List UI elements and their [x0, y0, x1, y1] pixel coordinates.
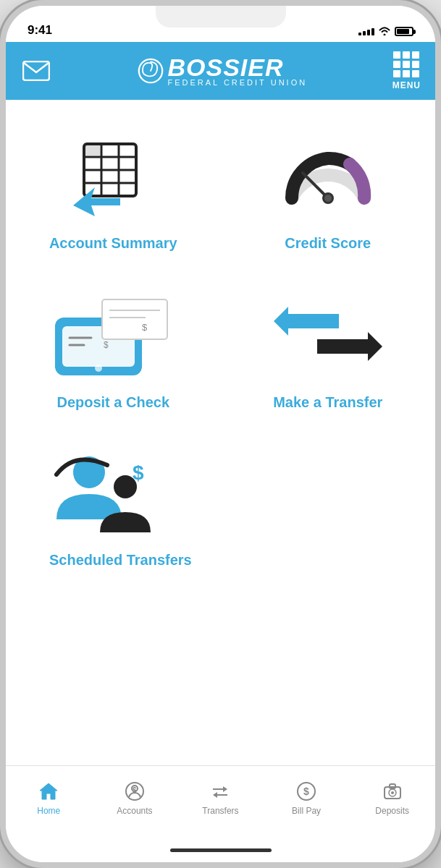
deposit-check-item[interactable]: $ $ Deposit a Check: [6, 266, 221, 425]
spiral-icon: [138, 58, 164, 84]
menu-button[interactable]: MENU: [392, 51, 421, 90]
svg-point-11: [324, 195, 332, 202]
nav-transfers-label: Transfers: [202, 806, 238, 816]
signal-bar-3: [367, 30, 370, 35]
svg-text:$: $: [142, 322, 148, 333]
svg-text:$: $: [104, 340, 109, 350]
credit-score-label: Credit Score: [285, 235, 371, 252]
transfers-icon: [209, 780, 231, 802]
accounts-icon: $: [124, 780, 146, 802]
notch: [156, 6, 286, 27]
logo-icon-area: BOSSIER FEDERAL CREDIT UNION: [138, 55, 308, 87]
wifi-icon: [378, 25, 391, 38]
svg-rect-18: [102, 299, 167, 339]
menu-grid-icon: [393, 51, 419, 77]
battery-fill: [397, 29, 409, 34]
nav-accounts[interactable]: $ Accounts: [92, 780, 178, 816]
nav-accounts-label: Accounts: [117, 806, 152, 816]
nav-deposits[interactable]: Deposits: [349, 780, 435, 816]
home-icon: [38, 780, 59, 802]
battery-icon: [395, 27, 413, 36]
mail-button[interactable]: [20, 55, 52, 87]
scheduled-transfers-label: Scheduled Transfers: [49, 552, 192, 569]
main-content: Account Summary: [6, 100, 435, 765]
logo-main: BOSSIER: [168, 55, 308, 80]
account-summary-icon-area: [70, 129, 156, 224]
phone-frame: 9:41: [0, 0, 441, 868]
scheduled-transfers-item[interactable]: $ Scheduled Transfers: [6, 425, 435, 590]
nav-bill-pay[interactable]: $ Bill Pay: [264, 780, 350, 816]
svg-point-32: [391, 791, 394, 794]
logo-sub: FEDERAL CREDIT UNION: [168, 78, 308, 87]
nav-home-label: Home: [37, 806, 60, 816]
nav-bill-pay-label: Bill Pay: [292, 806, 321, 816]
transfer-icon-area: [274, 288, 382, 383]
account-summary-icon: [70, 137, 156, 216]
credit-score-item[interactable]: Credit Score: [221, 107, 436, 266]
credit-score-icon-area: [281, 129, 375, 224]
deposit-check-icon: $ $: [51, 289, 175, 383]
home-bar: [170, 848, 272, 852]
mail-icon: [22, 61, 50, 81]
account-summary-label: Account Summary: [49, 235, 177, 252]
deposit-check-icon-area: $ $: [51, 288, 175, 383]
credit-score-icon: [281, 137, 375, 216]
home-indicator: [6, 838, 435, 862]
svg-text:$: $: [133, 786, 137, 794]
svg-text:$: $: [303, 786, 309, 797]
make-transfer-label: Make a Transfer: [273, 394, 382, 411]
bill-pay-icon: $: [295, 780, 317, 802]
header-logo: BOSSIER FEDERAL CREDIT UNION: [138, 55, 308, 87]
signal-bar-1: [358, 33, 361, 35]
phone-screen: 9:41: [6, 6, 435, 862]
svg-point-17: [95, 365, 102, 372]
scheduled-transfers-icon: $: [49, 447, 165, 541]
app-header: BOSSIER FEDERAL CREDIT UNION: [6, 42, 435, 100]
scheduled-transfers-icon-area: $: [49, 447, 165, 541]
logo-text-area: BOSSIER FEDERAL CREDIT UNION: [168, 55, 308, 87]
menu-grid-section: Account Summary: [6, 107, 435, 425]
nav-deposits-label: Deposits: [375, 806, 409, 816]
svg-rect-8: [85, 145, 100, 156]
status-time: 9:41: [28, 23, 52, 38]
make-transfer-item[interactable]: Make a Transfer: [221, 266, 436, 425]
transfer-icon: [274, 299, 382, 372]
svg-text:$: $: [133, 461, 144, 484]
account-summary-item[interactable]: Account Summary: [6, 107, 221, 266]
signal-bars: [358, 28, 374, 35]
deposits-icon: [382, 780, 403, 802]
nav-transfers[interactable]: Transfers: [177, 780, 264, 816]
status-icons: [358, 25, 413, 38]
nav-home[interactable]: Home: [6, 780, 92, 816]
menu-label: MENU: [392, 80, 421, 90]
signal-bar-4: [371, 28, 374, 35]
deposit-check-label: Deposit a Check: [56, 394, 169, 411]
signal-bar-2: [363, 31, 366, 35]
bottom-nav: Home $ Accounts: [6, 765, 435, 838]
